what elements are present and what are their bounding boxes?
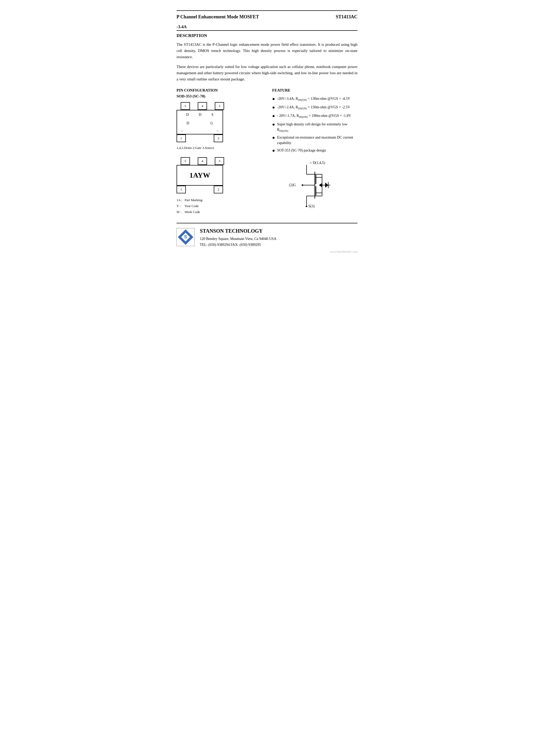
pin-diagram-2: 5 4 3 1AYW 1 2	[176, 157, 224, 193]
company-contact: TEL: (650) 9389294 FAX: (650) 9389295	[200, 242, 276, 248]
header-title: P Channel Enhancement Mode MOSFET	[176, 14, 259, 20]
feature-list: ● -20V/-3.4A, RDS(ON) = 130m-ohm @VGS = …	[272, 96, 358, 154]
pin-2-box: 2	[214, 134, 223, 142]
ic-row-3: – –	[177, 127, 223, 134]
two-column-layout: PIN CONFIGURATION SOD-353 (SC-70) 5 4 3 …	[176, 87, 358, 215]
pin-label: 1,4,5.Drain 2.Gate 3.Source	[176, 145, 262, 150]
description-para2: These devices are particularly suited fo…	[176, 64, 358, 82]
pin-3-box: 3	[215, 102, 224, 110]
svg-marker-10	[319, 183, 322, 187]
watermark: www.DataSheet4U.com	[176, 250, 358, 254]
mosfet-symbol: ○ D(1,4,5)	[272, 159, 358, 211]
svg-text:S(3): S(3)	[308, 204, 314, 208]
svg-marker-11	[325, 182, 328, 188]
ic-row-1: D D S	[177, 110, 223, 119]
pin-1-mark: 1	[176, 186, 186, 193]
svg-point-20	[306, 205, 307, 207]
pin-2-mark: 2	[214, 186, 223, 193]
feature-item-4: ● Super high density cell design for ext…	[272, 122, 358, 133]
code-1a: 1A : Part Marking	[176, 197, 262, 203]
pin-4-mark: 4	[198, 157, 207, 165]
footer-text: STANSON TECHNOLOGY 120 Bentley Square, M…	[200, 227, 276, 248]
feature-title: FEATURE	[272, 87, 358, 93]
left-column: PIN CONFIGURATION SOD-353 (SC-70) 5 4 3 …	[176, 87, 262, 215]
pin-1-box: 1	[176, 134, 186, 142]
mosfet-svg: ○ D(1,4,5)	[284, 159, 346, 211]
top-rule	[176, 10, 358, 11]
feature-item-5: ● Exceptional on-resistance and maximum …	[272, 135, 358, 146]
code-w: W : Week Code	[176, 209, 262, 215]
subtitle: -3.4A	[176, 23, 358, 30]
pin-5-mark: 5	[181, 157, 190, 165]
header-row: P Channel Enhancement Mode MOSFET ST1413…	[176, 14, 358, 20]
company-logo: S	[176, 228, 195, 246]
svg-point-17	[302, 184, 303, 186]
section-rule	[176, 30, 358, 31]
svg-text:○ D(1,4,5): ○ D(1,4,5)	[310, 161, 325, 165]
company-name: STANSON TECHNOLOGY	[200, 227, 276, 235]
marking-codes: 1A : Part Marking Y : Year Code W : Week…	[176, 197, 262, 215]
feature-item-1: ● -20V/-3.4A, RDS(ON) = 130m-ohm @VGS = …	[272, 96, 358, 102]
pin-4-box: 4	[198, 102, 207, 110]
marking-ic-block: 1AYW	[176, 165, 223, 186]
ic-block-1: D D S D G – –	[176, 110, 223, 134]
pin-3-mark: 3	[215, 157, 224, 165]
pin-config-title: PIN CONFIGURATION SOD-353 (SC-70)	[176, 87, 262, 99]
part-number: ST1413AC	[336, 14, 358, 20]
feature-item-6: ● SOT-353 (SC-70) package design	[272, 148, 358, 154]
code-y: Y : Year Code	[176, 203, 262, 209]
pin-diagram-1: 5 4 3 D D S D G –	[176, 102, 224, 142]
marking-code: 1AYW	[189, 170, 210, 181]
svg-text:S: S	[184, 234, 187, 239]
ic-row-2: D G	[177, 119, 223, 127]
description-para1: The ST1413AC is the P-Channel logic enha…	[176, 41, 358, 60]
section-title: DESCRIPTION	[176, 32, 358, 39]
feature-item-2: ● -20V/-2.4A, RDS(ON) = 150m-ohm @VGS = …	[272, 104, 358, 111]
right-column: FEATURE ● -20V/-3.4A, RDS(ON) = 130m-ohm…	[272, 87, 358, 215]
footer: S STANSON TECHNOLOGY 120 Bentley Square,…	[176, 223, 358, 248]
feature-item-3: ● - 20V/-1.7A, RDS(ON) = 190m-ohm @VGS =…	[272, 113, 358, 120]
company-address: 120 Bentley Square, Mountain View, Ca 94…	[200, 236, 276, 242]
svg-text:(2)G: (2)G	[289, 183, 296, 187]
pin-5-box: 5	[181, 102, 190, 110]
